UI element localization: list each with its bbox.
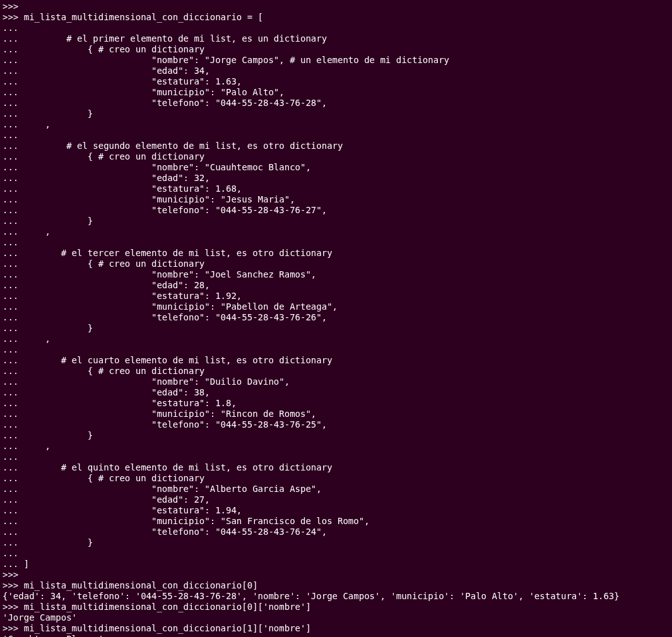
- terminal[interactable]: >>> >>> mi_lista_multidimensional_con_di…: [0, 0, 672, 637]
